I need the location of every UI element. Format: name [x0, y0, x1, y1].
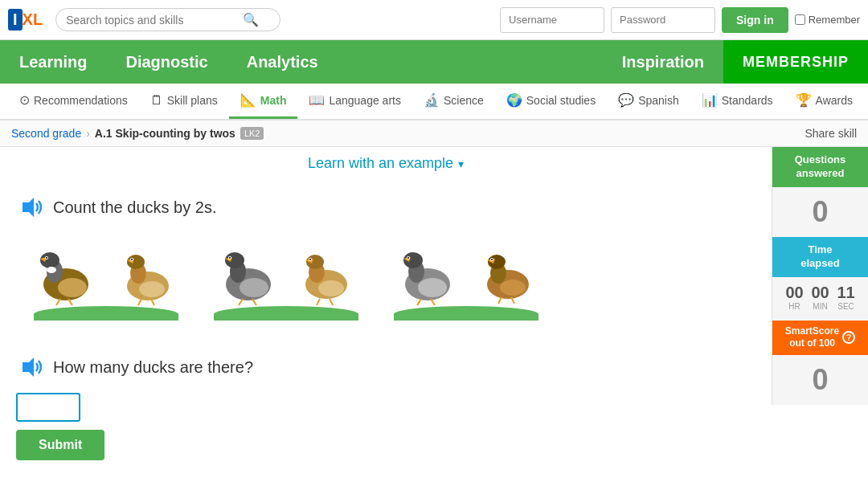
- subnav-science[interactable]: 🔬 Science: [412, 84, 495, 119]
- learn-example-label: Learn with an example: [308, 155, 453, 172]
- time-sec-unit: 11 SEC: [835, 284, 858, 311]
- nav-inspiration[interactable]: Inspiration: [603, 40, 723, 84]
- subnav-math[interactable]: 📐 Math: [229, 84, 298, 119]
- duck-group-2: [212, 238, 360, 321]
- question-text: Count the ducks by 2s.: [16, 193, 755, 222]
- topbar: I XL 🔍 Sign in Remember: [0, 0, 868, 40]
- subnav-spanish[interactable]: 💬 Spanish: [607, 84, 690, 119]
- remember-label: Remember: [809, 14, 860, 26]
- duck-pair-2: [212, 238, 360, 310]
- sub-question-text: How many ducks are there?: [53, 358, 253, 377]
- subnav-language-arts[interactable]: 📖 Language arts: [297, 84, 412, 119]
- subnav-awards[interactable]: 🏆 Awards: [784, 84, 864, 119]
- svg-point-39: [418, 278, 447, 297]
- duck-3: [212, 238, 285, 310]
- svg-point-17: [131, 259, 133, 260]
- svg-point-30: [318, 280, 344, 296]
- speaker-icon[interactable]: [16, 193, 45, 222]
- grass-3: [394, 306, 538, 321]
- time-sec-value: 11: [835, 284, 858, 302]
- subnav-skill-plans[interactable]: 🗒 Skill plans: [139, 84, 229, 119]
- search-input[interactable]: [66, 14, 243, 27]
- questions-answered-label: Questions answered: [772, 147, 868, 187]
- signin-button[interactable]: Sign in: [722, 7, 788, 33]
- remember-checkbox[interactable]: [795, 14, 805, 25]
- time-sec-label: SEC: [835, 302, 858, 311]
- svg-line-18: [138, 299, 141, 305]
- duck-group-1: [32, 238, 180, 321]
- speaker-icon-2[interactable]: [16, 353, 45, 382]
- svg-point-14: [127, 255, 145, 269]
- instruction-text: Count the ducks by 2s.: [53, 198, 216, 217]
- logo-i: I: [8, 9, 23, 31]
- breadcrumb: Second grade › A.1 Skip-counting by twos…: [0, 120, 868, 147]
- subnav-recommendations-label: Recommendations: [34, 94, 128, 107]
- duck-group-3: [392, 238, 540, 321]
- science-icon: 🔬: [424, 92, 440, 108]
- svg-marker-0: [23, 198, 34, 217]
- breadcrumb-sep: ›: [86, 127, 90, 140]
- svg-point-5: [47, 267, 56, 273]
- subnav-standards[interactable]: 📊 Standards: [690, 84, 784, 119]
- time-elapsed-label: Time elapsed: [772, 237, 868, 277]
- duck-2: [108, 238, 180, 310]
- password-input[interactable]: [611, 7, 715, 33]
- search-box[interactable]: 🔍: [55, 8, 280, 31]
- svg-point-21: [240, 278, 268, 297]
- duck-1: [32, 238, 104, 310]
- answer-input[interactable]: [16, 393, 80, 422]
- subnav-math-label: Math: [260, 94, 287, 107]
- search-icon: 🔍: [243, 12, 259, 27]
- standards-icon: 📊: [702, 92, 718, 108]
- svg-marker-56: [23, 357, 34, 377]
- learn-example: Learn with an example ▾: [16, 155, 755, 172]
- grass-2: [214, 306, 358, 321]
- question-area: Count the ducks by 2s.: [16, 185, 755, 476]
- time-min-label: MIN: [809, 302, 832, 311]
- nav-membership[interactable]: MEMBERSHIP: [723, 40, 868, 84]
- auth-group: Sign in Remember: [500, 7, 860, 33]
- subnav: ⊙ Recommendations 🗒 Skill plans 📐 Math 📖…: [0, 84, 868, 120]
- smartscore-label: SmartScore out of 100 ?: [772, 321, 868, 355]
- share-skill-link[interactable]: Share skill: [805, 127, 857, 140]
- learn-example-link[interactable]: Learn with an example ▾: [308, 155, 464, 172]
- smartscore-value: 0: [772, 355, 868, 405]
- submit-button[interactable]: Submit: [16, 430, 104, 460]
- svg-line-54: [498, 297, 502, 304]
- logo-xl: XL: [23, 10, 43, 29]
- svg-line-9: [56, 299, 60, 305]
- awards-icon: 🏆: [796, 92, 812, 108]
- subnav-recommendations[interactable]: ⊙ Recommendations: [8, 84, 139, 119]
- grass-1: [34, 306, 178, 321]
- language-arts-icon: 📖: [309, 92, 325, 108]
- recommendations-icon: ⊙: [19, 92, 30, 108]
- skill-plans-icon: 🗒: [150, 93, 163, 108]
- svg-point-48: [500, 280, 526, 296]
- time-hr-unit: 00 HR: [784, 284, 806, 311]
- breadcrumb-skill: A.1 Skip-counting by twos: [95, 127, 235, 140]
- svg-point-2: [58, 278, 87, 297]
- spanish-icon: 💬: [618, 92, 634, 108]
- subnav-science-label: Science: [444, 94, 484, 107]
- smartscore-help-icon[interactable]: ?: [842, 331, 855, 344]
- time-min-unit: 00 MIN: [809, 284, 832, 311]
- subnav-spanish-label: Spanish: [638, 94, 679, 107]
- subnav-social-studies-label: Social studies: [526, 94, 596, 107]
- subnav-standards-label: Standards: [722, 94, 773, 107]
- duck-5: [392, 238, 465, 310]
- subnav-skill-plans-label: Skill plans: [167, 94, 218, 107]
- ducks-area: [16, 238, 755, 321]
- duck-6: [468, 238, 540, 310]
- nav-analytics[interactable]: Analytics: [227, 40, 338, 84]
- breadcrumb-grade[interactable]: Second grade: [11, 127, 81, 140]
- time-hr-value: 00: [784, 284, 806, 302]
- nav-diagnostic[interactable]: Diagnostic: [106, 40, 227, 84]
- nav-learning[interactable]: Learning: [0, 40, 106, 84]
- subnav-social-studies[interactable]: 🌍 Social studies: [495, 84, 607, 119]
- username-input[interactable]: [500, 7, 604, 33]
- time-row: 00 HR 00 MIN 11 SEC: [772, 277, 868, 312]
- svg-point-44: [407, 257, 409, 259]
- breadcrumb-badge: LK2: [240, 127, 264, 140]
- subnav-awards-label: Awards: [816, 94, 853, 107]
- duck-pair-1: [32, 238, 180, 310]
